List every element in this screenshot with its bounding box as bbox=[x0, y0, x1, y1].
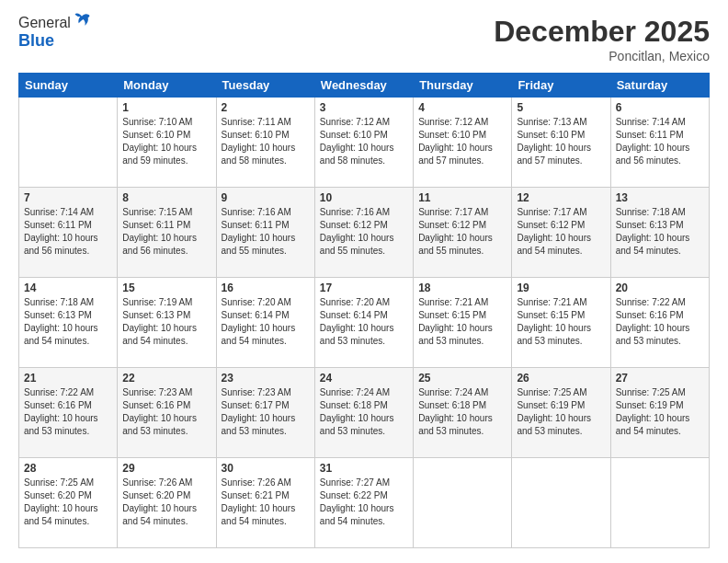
day-number: 21 bbox=[24, 372, 112, 385]
table-row: 14Sunrise: 7:18 AM Sunset: 6:13 PM Dayli… bbox=[19, 278, 118, 368]
table-row bbox=[414, 458, 512, 548]
table-row: 19Sunrise: 7:21 AM Sunset: 6:15 PM Dayli… bbox=[512, 278, 610, 368]
table-row: 16Sunrise: 7:20 AM Sunset: 6:14 PM Dayli… bbox=[216, 278, 314, 368]
logo-general-text: General bbox=[18, 15, 71, 31]
day-info: Sunrise: 7:23 AM Sunset: 6:17 PM Dayligh… bbox=[222, 386, 310, 438]
table-row: 28Sunrise: 7:25 AM Sunset: 6:20 PM Dayli… bbox=[19, 458, 118, 548]
day-info: Sunrise: 7:25 AM Sunset: 6:20 PM Dayligh… bbox=[24, 477, 112, 528]
month-title: December 2025 bbox=[494, 15, 710, 49]
calendar-week-row: 21Sunrise: 7:22 AM Sunset: 6:16 PM Dayli… bbox=[19, 368, 710, 458]
day-info: Sunrise: 7:26 AM Sunset: 6:21 PM Dayligh… bbox=[222, 477, 310, 528]
day-number: 4 bbox=[418, 101, 506, 114]
day-info: Sunrise: 7:22 AM Sunset: 6:16 PM Dayligh… bbox=[616, 296, 704, 348]
day-number: 11 bbox=[418, 191, 506, 204]
day-number: 20 bbox=[616, 282, 704, 294]
day-info: Sunrise: 7:27 AM Sunset: 6:22 PM Dayligh… bbox=[320, 477, 408, 528]
day-number: 1 bbox=[122, 101, 210, 114]
day-number: 30 bbox=[222, 462, 310, 475]
day-number: 14 bbox=[24, 282, 112, 294]
day-number: 26 bbox=[517, 372, 605, 385]
day-number: 8 bbox=[122, 191, 210, 204]
table-row: 8Sunrise: 7:15 AM Sunset: 6:11 PM Daylig… bbox=[118, 188, 216, 278]
table-row: 4Sunrise: 7:12 AM Sunset: 6:10 PM Daylig… bbox=[414, 98, 512, 188]
table-row: 12Sunrise: 7:17 AM Sunset: 6:12 PM Dayli… bbox=[512, 188, 610, 278]
col-tuesday: Tuesday bbox=[216, 74, 314, 98]
col-thursday: Thursday bbox=[414, 74, 512, 98]
table-row: 27Sunrise: 7:25 AM Sunset: 6:19 PM Dayli… bbox=[610, 368, 709, 458]
day-info: Sunrise: 7:15 AM Sunset: 6:11 PM Dayligh… bbox=[122, 206, 210, 258]
table-row: 20Sunrise: 7:22 AM Sunset: 6:16 PM Dayli… bbox=[610, 278, 709, 368]
page: General Blue December 2025 Poncitlan, Me… bbox=[0, 0, 728, 563]
day-number: 31 bbox=[320, 462, 408, 475]
location-subtitle: Poncitlan, Mexico bbox=[494, 49, 710, 63]
day-info: Sunrise: 7:11 AM Sunset: 6:10 PM Dayligh… bbox=[222, 116, 310, 167]
day-number: 25 bbox=[418, 372, 506, 385]
table-row: 22Sunrise: 7:23 AM Sunset: 6:16 PM Dayli… bbox=[118, 368, 216, 458]
table-row bbox=[512, 458, 610, 548]
day-info: Sunrise: 7:19 AM Sunset: 6:13 PM Dayligh… bbox=[122, 296, 210, 348]
day-number: 7 bbox=[24, 191, 112, 204]
day-info: Sunrise: 7:22 AM Sunset: 6:16 PM Dayligh… bbox=[24, 386, 112, 438]
day-info: Sunrise: 7:12 AM Sunset: 6:10 PM Dayligh… bbox=[320, 116, 408, 167]
table-row: 9Sunrise: 7:16 AM Sunset: 6:11 PM Daylig… bbox=[216, 188, 314, 278]
table-row: 15Sunrise: 7:19 AM Sunset: 6:13 PM Dayli… bbox=[118, 278, 216, 368]
table-row: 23Sunrise: 7:23 AM Sunset: 6:17 PM Dayli… bbox=[216, 368, 314, 458]
table-row: 5Sunrise: 7:13 AM Sunset: 6:10 PM Daylig… bbox=[512, 98, 610, 188]
day-number: 19 bbox=[517, 282, 605, 294]
title-block: December 2025 Poncitlan, Mexico bbox=[494, 15, 710, 63]
day-info: Sunrise: 7:20 AM Sunset: 6:14 PM Dayligh… bbox=[222, 296, 310, 348]
day-info: Sunrise: 7:21 AM Sunset: 6:15 PM Dayligh… bbox=[517, 296, 605, 348]
col-monday: Monday bbox=[118, 74, 216, 98]
calendar-week-row: 14Sunrise: 7:18 AM Sunset: 6:13 PM Dayli… bbox=[19, 278, 710, 368]
day-number: 18 bbox=[418, 282, 506, 294]
day-info: Sunrise: 7:21 AM Sunset: 6:15 PM Dayligh… bbox=[418, 296, 506, 348]
calendar-table: Sunday Monday Tuesday Wednesday Thursday… bbox=[18, 73, 710, 548]
day-info: Sunrise: 7:14 AM Sunset: 6:11 PM Dayligh… bbox=[616, 116, 704, 167]
day-number: 10 bbox=[320, 191, 408, 204]
calendar-week-row: 1Sunrise: 7:10 AM Sunset: 6:10 PM Daylig… bbox=[19, 98, 710, 188]
table-row: 11Sunrise: 7:17 AM Sunset: 6:12 PM Dayli… bbox=[414, 188, 512, 278]
table-row: 30Sunrise: 7:26 AM Sunset: 6:21 PM Dayli… bbox=[216, 458, 314, 548]
table-row: 2Sunrise: 7:11 AM Sunset: 6:10 PM Daylig… bbox=[216, 98, 314, 188]
table-row: 10Sunrise: 7:16 AM Sunset: 6:12 PM Dayli… bbox=[314, 188, 413, 278]
table-row: 1Sunrise: 7:10 AM Sunset: 6:10 PM Daylig… bbox=[118, 98, 216, 188]
day-number: 2 bbox=[222, 101, 310, 114]
table-row: 24Sunrise: 7:24 AM Sunset: 6:18 PM Dayli… bbox=[314, 368, 413, 458]
header: General Blue December 2025 Poncitlan, Me… bbox=[18, 15, 710, 63]
day-number: 17 bbox=[320, 282, 408, 294]
day-info: Sunrise: 7:17 AM Sunset: 6:12 PM Dayligh… bbox=[517, 206, 605, 258]
table-row bbox=[19, 98, 118, 188]
table-row: 13Sunrise: 7:18 AM Sunset: 6:13 PM Dayli… bbox=[610, 188, 709, 278]
day-number: 27 bbox=[616, 372, 704, 385]
day-info: Sunrise: 7:16 AM Sunset: 6:11 PM Dayligh… bbox=[222, 206, 310, 258]
table-row: 3Sunrise: 7:12 AM Sunset: 6:10 PM Daylig… bbox=[314, 98, 413, 188]
logo-bird-icon bbox=[73, 10, 91, 29]
table-row: 26Sunrise: 7:25 AM Sunset: 6:19 PM Dayli… bbox=[512, 368, 610, 458]
table-row bbox=[610, 458, 709, 548]
day-info: Sunrise: 7:25 AM Sunset: 6:19 PM Dayligh… bbox=[517, 386, 605, 438]
day-info: Sunrise: 7:17 AM Sunset: 6:12 PM Dayligh… bbox=[418, 206, 506, 258]
calendar-week-row: 7Sunrise: 7:14 AM Sunset: 6:11 PM Daylig… bbox=[19, 188, 710, 278]
calendar-header-row: Sunday Monday Tuesday Wednesday Thursday… bbox=[19, 74, 710, 98]
col-saturday: Saturday bbox=[610, 74, 709, 98]
table-row: 17Sunrise: 7:20 AM Sunset: 6:14 PM Dayli… bbox=[314, 278, 413, 368]
table-row: 7Sunrise: 7:14 AM Sunset: 6:11 PM Daylig… bbox=[19, 188, 118, 278]
day-info: Sunrise: 7:13 AM Sunset: 6:10 PM Dayligh… bbox=[517, 116, 605, 167]
day-number: 5 bbox=[517, 101, 605, 114]
col-friday: Friday bbox=[512, 74, 610, 98]
table-row: 31Sunrise: 7:27 AM Sunset: 6:22 PM Dayli… bbox=[314, 458, 413, 548]
day-info: Sunrise: 7:18 AM Sunset: 6:13 PM Dayligh… bbox=[24, 296, 112, 348]
day-info: Sunrise: 7:16 AM Sunset: 6:12 PM Dayligh… bbox=[320, 206, 408, 258]
day-info: Sunrise: 7:24 AM Sunset: 6:18 PM Dayligh… bbox=[320, 386, 408, 438]
day-info: Sunrise: 7:14 AM Sunset: 6:11 PM Dayligh… bbox=[24, 206, 112, 258]
day-info: Sunrise: 7:24 AM Sunset: 6:18 PM Dayligh… bbox=[418, 386, 506, 438]
table-row: 25Sunrise: 7:24 AM Sunset: 6:18 PM Dayli… bbox=[414, 368, 512, 458]
table-row: 21Sunrise: 7:22 AM Sunset: 6:16 PM Dayli… bbox=[19, 368, 118, 458]
day-info: Sunrise: 7:25 AM Sunset: 6:19 PM Dayligh… bbox=[616, 386, 704, 438]
day-number: 3 bbox=[320, 101, 408, 114]
day-number: 13 bbox=[616, 191, 704, 204]
day-number: 22 bbox=[122, 372, 210, 385]
day-number: 28 bbox=[24, 462, 112, 475]
day-info: Sunrise: 7:12 AM Sunset: 6:10 PM Dayligh… bbox=[418, 116, 506, 167]
table-row: 6Sunrise: 7:14 AM Sunset: 6:11 PM Daylig… bbox=[610, 98, 709, 188]
